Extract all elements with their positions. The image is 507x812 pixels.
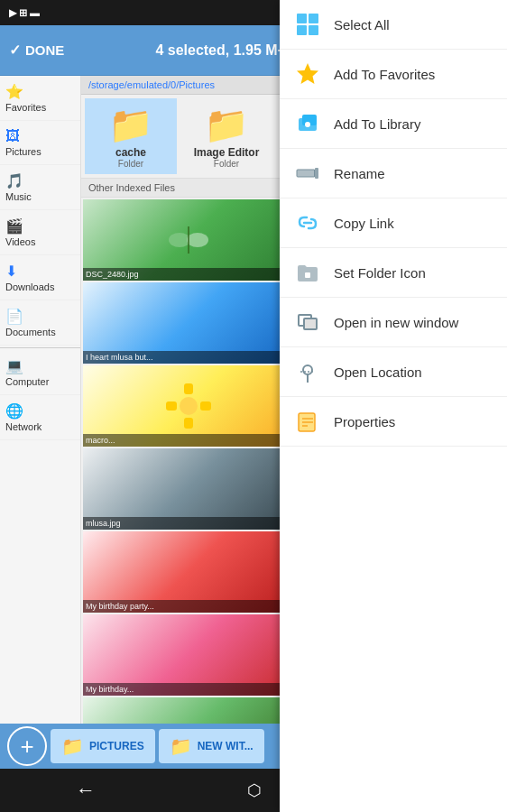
context-menu-select-all[interactable]: Select All [280, 0, 507, 50]
image-editor-sub: Folder [214, 159, 239, 169]
add-library-label: Add To Library [334, 116, 420, 132]
open-location-icon [294, 358, 321, 385]
image-label-mlusa: mlusa.jpg [83, 517, 293, 530]
add-button[interactable]: + [7, 726, 47, 766]
sidebar-favorites-label: Favorites [5, 102, 46, 113]
rename-icon [294, 160, 321, 187]
svg-rect-33 [297, 170, 315, 177]
properties-label: Properties [334, 414, 395, 429]
sidebar-item-downloads[interactable]: ⬇ Downloads [0, 255, 80, 300]
sidebar-documents-label: Documents [5, 327, 56, 337]
music-icon: 🎵 [5, 172, 23, 189]
home-button[interactable]: ⬡ [247, 780, 262, 800]
main-layout: ⭐ Favorites 🖼 Pictures 🎵 Music 🎬 Videos … [0, 76, 507, 724]
cache-folder-name: cache [115, 146, 146, 159]
set-folder-icon-label: Set Folder Icon [334, 265, 426, 281]
context-menu-set-folder-icon[interactable]: Set Folder Icon [280, 248, 507, 298]
open-location-label: Open Location [334, 364, 422, 380]
sidebar-computer-label: Computer [5, 376, 49, 387]
sidebar-network-label: Network [5, 421, 41, 432]
pictures-tab[interactable]: 📁 PICTURES [51, 729, 155, 763]
sidebar-divider [0, 347, 80, 348]
copy-link-label: Copy Link [334, 216, 394, 231]
image-cell-macro1[interactable]: macro... [83, 365, 293, 447]
image-label-imlusa1: I heart mlusa but... [83, 351, 293, 364]
favorites-icon: ⭐ [5, 83, 23, 100]
add-library-icon [294, 110, 321, 137]
context-menu-open-location[interactable]: Open Location [280, 347, 507, 397]
svg-rect-18 [180, 397, 198, 415]
svg-rect-20 [184, 418, 193, 429]
documents-icon: 📄 [5, 308, 23, 325]
svg-rect-28 [309, 25, 318, 35]
svg-point-40 [303, 365, 312, 374]
svg-marker-29 [297, 63, 318, 84]
svg-point-32 [305, 122, 310, 127]
image-cell-dsc2480[interactable]: DSC_2480.jpg [83, 199, 293, 281]
new-wit-tab-label: NEW WIT... [198, 740, 254, 752]
computer-icon: 💻 [5, 357, 23, 374]
done-button[interactable]: ✓ DONE [9, 42, 64, 59]
svg-rect-37 [305, 272, 310, 278]
sidebar-downloads-label: Downloads [5, 281, 54, 292]
context-menu: Select All Add To Favorites [280, 0, 507, 812]
sidebar-item-documents[interactable]: 📄 Documents [0, 300, 80, 346]
svg-rect-21 [166, 401, 177, 411]
context-menu-open-new-window[interactable]: Open in new window [280, 298, 507, 347]
context-menu-properties[interactable]: Properties [280, 397, 507, 447]
rename-label: Rename [334, 166, 385, 181]
image-label-dsc2480: DSC_2480.jpg [83, 268, 293, 281]
image-cell-dog2[interactable]: puppydogeyes... [83, 697, 293, 724]
svg-rect-25 [297, 14, 307, 23]
sidebar: ⭐ Favorites 🖼 Pictures 🎵 Music 🎬 Videos … [0, 76, 81, 724]
cache-folder-sub: Folder [118, 159, 143, 169]
sidebar-item-pictures[interactable]: 🖼 Pictures [0, 121, 80, 165]
svg-rect-39 [304, 318, 317, 329]
sidebar-item-network[interactable]: 🌐 Network [0, 395, 80, 440]
status-bar-left: ▶ ⊞ ▬ [9, 7, 40, 19]
pictures-icon: 🖼 [5, 128, 20, 144]
add-icon: + [20, 733, 33, 761]
open-new-window-label: Open in new window [334, 315, 458, 330]
new-wit-tab-icon: 📁 [170, 735, 192, 757]
image-editor-icon: 📁 [204, 104, 249, 146]
done-label: DONE [25, 42, 64, 58]
sidebar-music-label: Music [5, 191, 32, 202]
sidebar-item-favorites[interactable]: ⭐ Favorites [0, 76, 80, 121]
sidebar-item-videos[interactable]: 🎬 Videos [0, 210, 80, 255]
back-button[interactable]: ← [76, 779, 96, 802]
image-cell-bday1[interactable]: My birthday party... [83, 531, 293, 613]
network-icon: 🌐 [5, 402, 23, 420]
sidebar-item-music[interactable]: 🎵 Music [0, 165, 80, 210]
context-menu-rename[interactable]: Rename [280, 149, 507, 198]
image-label-bday1: My birthday party... [83, 600, 293, 613]
context-menu-add-favorites[interactable]: Add To Favorites [280, 50, 507, 99]
pictures-tab-label: PICTURES [89, 740, 144, 752]
context-menu-add-library[interactable]: Add To Library [280, 99, 507, 149]
image-cell-imlusa1[interactable]: I heart mlusa but... [83, 282, 293, 364]
svg-rect-26 [309, 14, 318, 23]
sidebar-item-computer[interactable]: 💻 Computer [0, 350, 80, 395]
image-editor-folder[interactable]: 📁 Image Editor Folder [180, 98, 272, 174]
sidebar-videos-label: Videos [5, 236, 35, 247]
videos-icon: 🎬 [5, 217, 23, 235]
svg-rect-19 [184, 383, 193, 394]
image-cell-bday3[interactable]: My birthday... [83, 614, 293, 696]
set-folder-icon-icon [294, 259, 321, 286]
open-new-window-icon [294, 309, 321, 336]
new-wit-tab[interactable]: 📁 NEW WIT... [159, 729, 264, 763]
image-cell-mlusa[interactable]: mlusa.jpg [83, 448, 293, 530]
svg-rect-27 [297, 25, 307, 35]
svg-rect-35 [315, 168, 318, 179]
cache-folder-icon: 📁 [108, 104, 153, 146]
select-all-label: Select All [334, 17, 390, 32]
image-label-macro1: macro... [83, 434, 293, 447]
cache-folder[interactable]: 📁 cache Folder [85, 98, 177, 174]
image-editor-name: Image Editor [194, 146, 260, 159]
select-all-icon [294, 11, 321, 38]
add-favorites-label: Add To Favorites [334, 67, 435, 82]
sidebar-pictures-label: Pictures [5, 146, 41, 157]
context-menu-copy-link[interactable]: Copy Link [280, 198, 507, 248]
context-menu-overlay: Select All Add To Favorites [280, 0, 507, 812]
add-favorites-icon [294, 60, 321, 88]
